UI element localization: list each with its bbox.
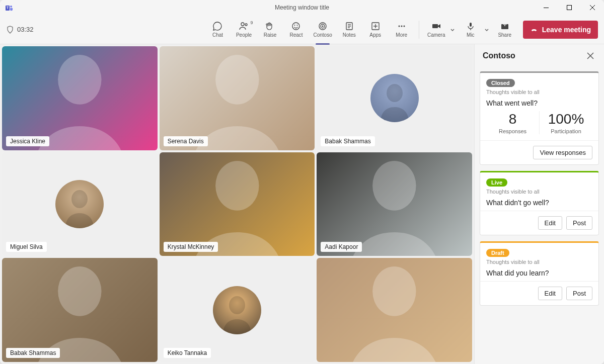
camera-icon [431,21,441,31]
svg-point-32 [372,161,416,211]
card-question: What went well? [486,99,592,107]
participant-name-tag: Miguel Silva [6,242,47,252]
post-button[interactable]: Post [566,287,592,300]
panel-close-button[interactable] [585,50,596,61]
camera-options-button[interactable] [448,19,457,41]
side-panel: Contoso ClosedThoughts visible to allWha… [474,44,604,364]
svg-point-29 [387,84,403,102]
notes-icon [344,21,354,31]
participant-video [2,258,158,362]
svg-rect-2 [8,7,8,9]
mic-options-button[interactable] [483,19,491,41]
participant-tile[interactable]: Babak Shammas [2,258,158,362]
people-icon [239,21,249,31]
poll-card: ClosedThoughts visible to allWhat went w… [480,71,599,165]
svg-rect-24 [432,24,438,28]
titlebar: Meeting window title [0,0,604,15]
svg-point-34 [229,296,245,314]
svg-point-31 [215,161,259,211]
svg-point-22 [401,26,402,27]
card-actions: EditPost [480,281,598,305]
participant-avatar [55,180,104,228]
stat: 8Responses [486,111,539,134]
leave-meeting-button[interactable]: Leave meeting [523,21,598,39]
mic-button[interactable]: Mic [459,19,483,40]
meeting-window: Meeting window title 03:32 Chat 9 People [0,0,604,364]
participant-video [317,152,472,256]
meeting-timer: 03:32 [6,26,34,34]
react-icon [291,21,301,31]
notes-button[interactable]: Notes [337,19,361,40]
svg-point-35 [372,266,416,316]
participant-tile[interactable]: Krystal McKinney [160,152,315,256]
mic-icon [466,21,476,31]
svg-point-6 [241,23,244,26]
more-button[interactable]: More [390,19,414,40]
close-button[interactable] [581,0,604,15]
stat-value: 100% [540,111,592,127]
card-actions: View responses [480,140,598,164]
poll-card: LiveThoughts visible to allWhat didn't g… [480,171,599,235]
participant-name-tag: Babak Shammas [321,136,374,146]
svg-point-10 [297,25,298,26]
participant-tile[interactable] [317,258,472,362]
toolbar-divider [419,21,419,39]
share-icon [500,21,510,31]
card-actions: EditPost [480,211,598,235]
stat-label: Participation [540,128,592,134]
apps-button[interactable]: Apps [363,19,388,40]
svg-point-33 [58,266,101,316]
react-button[interactable]: React [284,19,308,40]
leave-icon [530,26,538,34]
chat-icon [212,21,222,31]
shield-icon [6,26,14,34]
participant-name-tag: Babak Shammas [6,348,60,358]
people-button[interactable]: 9 People [232,19,256,40]
participant-tile[interactable]: Aadi Kapoor [317,152,472,256]
contoso-icon [318,21,328,31]
svg-rect-25 [470,23,472,27]
participant-name-tag: Jessica Kline [6,136,49,146]
svg-point-27 [58,55,101,105]
panel-title: Contoso [483,51,515,60]
edit-button[interactable]: Edit [538,216,562,230]
camera-button[interactable]: Camera [424,19,448,40]
svg-point-8 [292,23,299,30]
svg-point-3 [10,6,12,8]
status-badge: Live [486,178,507,187]
video-grid: Jessica KlineSerena DavisBabak ShammasMi… [0,44,474,364]
card-subtitle: Thoughts visible to all [486,189,592,195]
stat-value: 8 [486,111,539,127]
participant-tile[interactable]: Babak Shammas [317,46,472,150]
raise-hand-button[interactable]: Raise [258,19,282,40]
stat-label: Responses [486,128,539,134]
status-badge: Closed [486,79,515,87]
participant-tile[interactable]: Keiko Tannaka [160,258,315,362]
minimize-button[interactable] [535,0,558,15]
participant-name-tag: Keiko Tannaka [164,348,211,358]
post-button[interactable]: Post [566,216,592,230]
contoso-app-button[interactable]: Contoso [310,19,335,40]
svg-point-7 [245,24,247,26]
participant-name-tag: Aadi Kapoor [321,242,362,252]
stat: 100%Participation [539,111,592,134]
chat-button[interactable]: Chat [205,19,230,40]
edit-button[interactable]: Edit [538,287,562,300]
teams-logo-icon [5,4,13,12]
maximize-button[interactable] [558,0,581,15]
svg-point-28 [215,55,259,105]
participant-tile[interactable]: Miguel Silva [2,152,158,256]
status-badge: Draft [486,249,509,257]
card-subtitle: Thoughts visible to all [486,259,592,265]
window-controls [535,0,604,15]
participant-video [160,152,315,256]
card-subtitle: Thoughts visible to all [486,89,592,95]
share-button[interactable]: Share [493,19,517,40]
participant-tile[interactable]: Serena Davis [160,46,315,150]
view-responses-button[interactable]: View responses [533,146,592,159]
participant-tile[interactable]: Jessica Kline [2,46,158,150]
window-title: Meeting window title [275,4,329,11]
card-question: What didn't go well? [486,199,592,207]
card-stats: 8Responses100%Participation [486,111,592,134]
panel-body: ClosedThoughts visible to allWhat went w… [475,67,604,310]
